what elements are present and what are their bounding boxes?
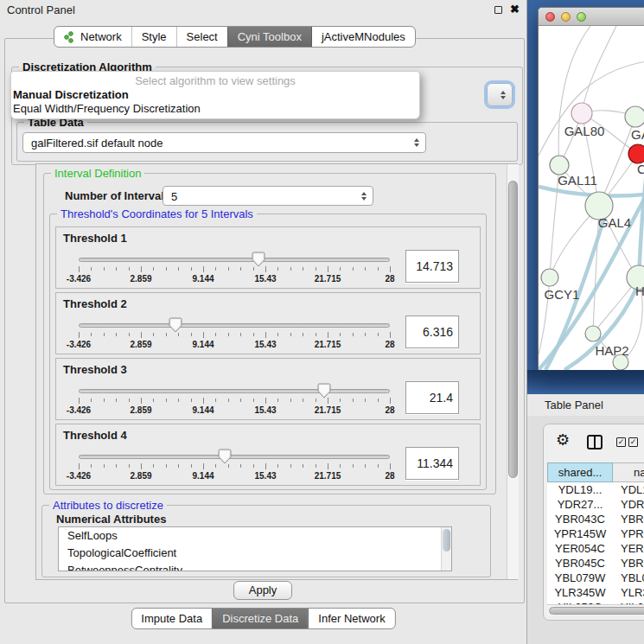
table-cell-shared-name[interactable]: YDL19... bbox=[547, 482, 613, 497]
network-node[interactable] bbox=[625, 106, 644, 127]
table-cell-shared-name[interactable]: YBR045C bbox=[547, 556, 613, 571]
table-row[interactable]: YLR345WYLR3 bbox=[547, 585, 644, 600]
attribute-list-scrollbar[interactable] bbox=[441, 527, 451, 571]
tick-mark bbox=[79, 266, 80, 272]
attribute-item-selfloops[interactable]: SelfLoops bbox=[59, 527, 451, 545]
split-panel-icon[interactable] bbox=[587, 435, 603, 450]
mode-tab-impute-data[interactable]: Impute Data bbox=[131, 609, 212, 628]
combo-arrows-icon bbox=[414, 138, 419, 147]
tick-mark bbox=[141, 332, 142, 338]
show-columns-icon[interactable]: ✓ ✓ bbox=[616, 437, 638, 447]
tab-jactivemnodules[interactable]: jActiveMNodules bbox=[311, 27, 415, 47]
table-cell-name[interactable]: YBL0 bbox=[613, 571, 644, 585]
column-header-name[interactable]: na bbox=[613, 462, 644, 482]
network-node-gcy1[interactable] bbox=[541, 269, 558, 286]
checkbox-icon: ✓ bbox=[628, 437, 638, 447]
traffic-light-zoom-icon[interactable] bbox=[577, 12, 586, 22]
algorithm-option-equal-width-frequency-discretization[interactable]: Equal Width/Frequency Discretization bbox=[13, 102, 421, 116]
attribute-list[interactable]: SelfLoopsTopologicalCoefficientBetweenne… bbox=[58, 526, 452, 571]
slider-handle[interactable] bbox=[218, 449, 232, 465]
scrollbar-thumb[interactable] bbox=[549, 607, 644, 615]
tick-mark bbox=[153, 267, 154, 271]
slider-tick-labels: -3.4262.8599.14415.4321.71528 bbox=[79, 274, 390, 284]
table-cell-name[interactable]: YDL1 bbox=[613, 482, 644, 497]
network-window-titlebar[interactable] bbox=[539, 8, 644, 26]
tick-mark bbox=[265, 266, 266, 272]
float-icon[interactable] bbox=[494, 6, 502, 14]
slider-handle[interactable] bbox=[317, 383, 331, 399]
mode-tab-discretize-data[interactable]: Discretize Data bbox=[212, 609, 308, 628]
table-cell-name[interactable]: YPR1 bbox=[613, 526, 644, 541]
table-row[interactable]: YDR27...YDR2 bbox=[547, 497, 644, 512]
table-cell-name[interactable]: YDR2 bbox=[613, 497, 644, 512]
network-edge bbox=[582, 26, 616, 113]
table-data-combobox[interactable]: galFiltered.sif default node bbox=[22, 132, 426, 153]
column-header-shared-name[interactable]: shared... bbox=[547, 462, 613, 482]
scrollbar-thumb[interactable] bbox=[443, 529, 450, 552]
table-cell-shared-name[interactable]: YER054C bbox=[547, 541, 613, 556]
table-cell-shared-name[interactable]: YDR27... bbox=[547, 497, 613, 512]
tick-mark bbox=[116, 267, 117, 271]
tab-label: Style bbox=[142, 27, 167, 47]
tab-network[interactable]: Network bbox=[54, 27, 131, 47]
table-cell-shared-name[interactable]: YLR345W bbox=[547, 585, 613, 600]
threshold-label: Threshold 3 bbox=[63, 363, 127, 376]
tick-mark bbox=[340, 464, 341, 468]
tick-mark bbox=[340, 399, 341, 402]
slider-handle[interactable] bbox=[252, 252, 265, 268]
number-of-intervals-value: 5 bbox=[171, 187, 177, 207]
threshold-slider-1[interactable]: -3.4262.8599.14415.4321.71528 bbox=[79, 250, 390, 288]
node-label: GAL4 bbox=[598, 215, 631, 230]
threshold-value-field[interactable]: 11.344 bbox=[405, 447, 459, 480]
threshold-slider-4[interactable]: -3.4262.8599.14415.4321.71528 bbox=[79, 447, 390, 485]
network-node-gal80[interactable] bbox=[571, 103, 592, 124]
tick-mark bbox=[240, 267, 241, 271]
table-row[interactable]: YBR043CYBR0 bbox=[547, 512, 644, 526]
traffic-light-close-icon[interactable] bbox=[545, 12, 555, 22]
algorithm-option-manual-discretization[interactable]: Manual Discretization bbox=[13, 88, 421, 102]
network-node[interactable] bbox=[628, 144, 644, 163]
attribute-item-betweennesscentrality[interactable]: BetweennessCentrality bbox=[59, 562, 451, 571]
threshold-value-field[interactable]: 6.316 bbox=[405, 316, 459, 348]
tick-mark bbox=[228, 399, 229, 402]
threshold-value-field[interactable]: 21.4 bbox=[405, 381, 459, 414]
network-node-hap2[interactable] bbox=[585, 326, 601, 341]
table-cell-name[interactable]: YER0 bbox=[613, 541, 644, 556]
tick-mark bbox=[141, 398, 142, 404]
table-cell-name[interactable]: YBR0 bbox=[613, 512, 644, 526]
threshold-value-field[interactable]: 14.713 bbox=[405, 250, 459, 283]
close-icon[interactable]: ✖ bbox=[510, 3, 520, 16]
number-of-intervals-combobox[interactable]: 5 bbox=[163, 186, 373, 206]
table-row[interactable]: YDL19...YDL1 bbox=[547, 482, 644, 497]
table-row[interactable]: YBR045CYBR0 bbox=[547, 556, 644, 571]
table-cell-name[interactable]: YLR3 bbox=[613, 585, 644, 600]
apply-button[interactable]: Apply bbox=[233, 581, 292, 600]
mode-tab-infer-network[interactable]: Infer Network bbox=[308, 609, 394, 628]
gear-icon[interactable]: ⚙ bbox=[556, 432, 570, 448]
table-row[interactable]: YER054CYER0 bbox=[547, 541, 644, 556]
settings-scrollbar[interactable] bbox=[507, 164, 519, 579]
table-cell-shared-name[interactable]: YPR145W bbox=[547, 526, 613, 541]
tick-mark bbox=[365, 399, 366, 402]
traffic-light-minimize-icon[interactable] bbox=[561, 12, 571, 22]
network-view[interactable]: GAL80GACGAL11GAL4GCY1HHAP2 bbox=[539, 26, 644, 370]
slider-handle[interactable] bbox=[169, 317, 182, 334]
threshold-label: Threshold 1 bbox=[63, 232, 127, 245]
threshold-slider-2[interactable]: -3.4262.8599.14415.4321.71528 bbox=[79, 316, 390, 354]
table-cell-name[interactable]: YBR0 bbox=[613, 556, 644, 571]
table-cell-shared-name[interactable]: YBL079W bbox=[547, 571, 613, 585]
network-icon bbox=[64, 31, 75, 43]
table-cell-shared-name[interactable]: YBR043C bbox=[547, 512, 613, 526]
algorithm-combobox[interactable] bbox=[487, 83, 513, 106]
table-row[interactable]: YBL079WYBL0 bbox=[547, 571, 644, 585]
network-node-gal11[interactable] bbox=[550, 156, 569, 175]
threshold-slider-3[interactable]: -3.4262.8599.14415.4321.71528 bbox=[79, 381, 390, 419]
attribute-item-topologicalcoefficient[interactable]: TopologicalCoefficient bbox=[59, 545, 451, 562]
table-hscrollbar[interactable] bbox=[547, 604, 644, 615]
tab-cyni-toolbox[interactable]: Cyni Toolbox bbox=[227, 27, 311, 47]
tab-select[interactable]: Select bbox=[176, 27, 227, 47]
tab-style[interactable]: Style bbox=[131, 27, 176, 47]
scrollbar-thumb[interactable] bbox=[508, 181, 518, 478]
network-window[interactable]: GAL80GACGAL11GAL4GCY1HHAP2 bbox=[538, 7, 644, 370]
table-row[interactable]: YPR145WYPR1 bbox=[547, 526, 644, 541]
